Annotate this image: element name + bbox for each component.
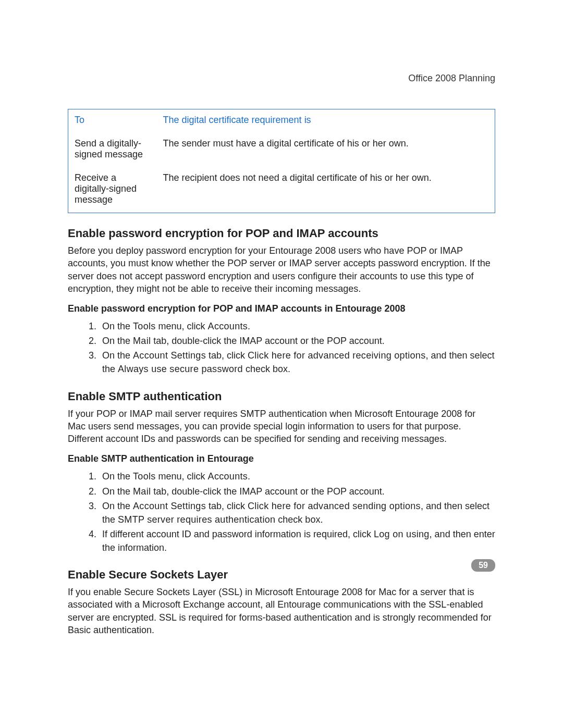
procedure-heading: Enable SMTP authentication in Entourage bbox=[68, 453, 495, 464]
ui-secure-password: Always use secure password bbox=[118, 364, 243, 374]
list-item: On the Account Settings tab, click Click… bbox=[99, 499, 495, 526]
page-number: 59 bbox=[471, 559, 495, 572]
ui-mail: Mail bbox=[133, 336, 151, 346]
table-cell-to: Receive a digitally-signed message bbox=[68, 167, 157, 213]
list-item: On the Tools menu, click Accounts. bbox=[99, 319, 495, 333]
table-cell-requirement: The sender must have a digital certifica… bbox=[157, 133, 495, 167]
ui-log-on-using: Log on using bbox=[374, 529, 430, 539]
certificate-table: To The digital certificate requirement i… bbox=[68, 109, 495, 213]
section-heading-ssl: Enable Secure Sockets Layer bbox=[68, 568, 495, 582]
table-row: Receive a digitally-signed message The r… bbox=[68, 167, 495, 213]
section-heading-smtp-auth: Enable SMTP authentication bbox=[68, 390, 495, 403]
table-cell-requirement: The recipient does not need a digital ce… bbox=[157, 167, 495, 213]
list-item: On the Tools menu, click Accounts. bbox=[99, 470, 495, 483]
ui-tools: Tools bbox=[133, 321, 156, 331]
list-item: On the Mail tab, double-click the IMAP a… bbox=[99, 485, 495, 498]
table-cell-to: Send a digitally-signed message bbox=[68, 133, 157, 167]
procedure-heading: Enable password encryption for POP and I… bbox=[68, 303, 495, 314]
table-header-requirement: The digital certificate requirement is bbox=[157, 109, 495, 133]
ui-accounts: Accounts bbox=[208, 471, 248, 482]
ui-tools: Tools bbox=[133, 471, 156, 482]
procedure-steps: On the Tools menu, click Accounts. On th… bbox=[68, 319, 495, 376]
document-page: Office 2008 Planning To The digital cert… bbox=[0, 0, 563, 728]
running-header: Office 2008 Planning bbox=[68, 73, 495, 84]
section-body: If you enable Secure Sockets Layer (SSL)… bbox=[68, 586, 495, 636]
ui-advanced-sending: Click here for advanced sending options bbox=[248, 501, 421, 511]
list-item: On the Account Settings tab, click Click… bbox=[99, 349, 495, 376]
list-item: If different account ID and password inf… bbox=[99, 527, 495, 554]
ui-account-settings: Account Settings bbox=[133, 350, 206, 361]
procedure-steps: On the Tools menu, click Accounts. On th… bbox=[68, 470, 495, 554]
table-header-row: To The digital certificate requirement i… bbox=[68, 109, 495, 133]
table-header-to: To bbox=[68, 109, 157, 133]
ui-accounts: Accounts bbox=[208, 321, 248, 331]
ui-account-settings: Account Settings bbox=[133, 501, 206, 511]
section-body: If your POP or IMAP mail server requires… bbox=[68, 408, 495, 446]
ui-smtp-requires-auth: SMTP server requires authentication bbox=[118, 514, 275, 525]
table-row: Send a digitally-signed message The send… bbox=[68, 133, 495, 167]
section-body: Before you deploy password encryption fo… bbox=[68, 244, 495, 295]
section-heading-password-encryption: Enable password encryption for POP and I… bbox=[68, 227, 495, 240]
list-item: On the Mail tab, double-click the IMAP a… bbox=[99, 334, 495, 348]
ui-mail: Mail bbox=[133, 486, 151, 497]
ui-advanced-receiving: Click here for advanced receiving option… bbox=[248, 350, 425, 361]
